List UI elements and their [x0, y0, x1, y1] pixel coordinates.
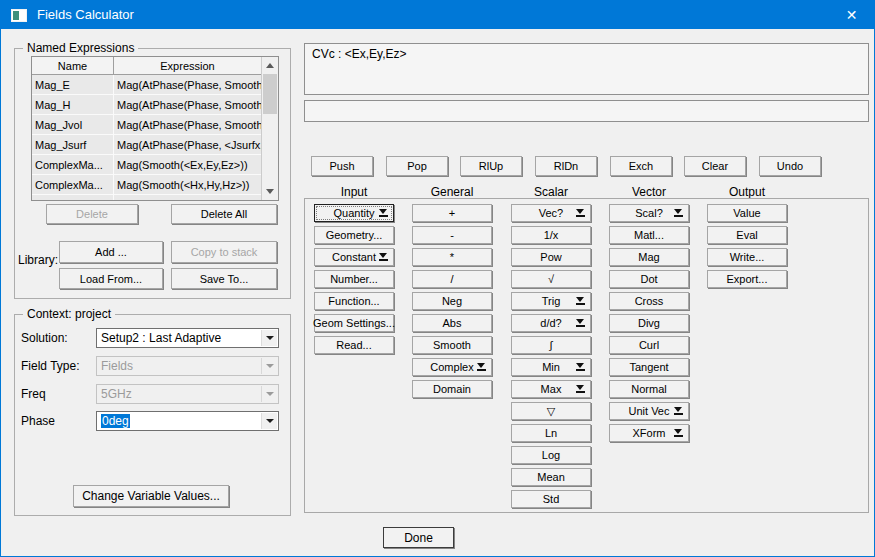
table-row[interactable]: ComplexMa... Mag(Smooth(<JVx,JVy,JVz>)): [32, 195, 278, 201]
phase-label: Phase: [21, 414, 55, 428]
stack-display[interactable]: CVc : <Ex,Ey,Ez>: [304, 43, 869, 95]
dropdown-icon: [576, 297, 585, 305]
scrollbar-thumb[interactable]: [263, 74, 277, 114]
dot-button[interactable]: Dot: [609, 270, 689, 288]
min-button[interactable]: Min: [511, 358, 591, 376]
domain-button[interactable]: Domain: [412, 380, 492, 398]
pop-button[interactable]: Pop: [386, 156, 448, 176]
rldn-button[interactable]: RlDn: [535, 156, 597, 176]
table-scrollbar[interactable]: [261, 57, 278, 200]
scroll-up-icon[interactable]: [262, 58, 278, 73]
quantity-button[interactable]: Quantity: [314, 204, 394, 222]
table-row[interactable]: Mag_Jvol Mag(AtPhase(Phase, Smooth(<JVx,…: [32, 115, 278, 135]
one-over-x-button[interactable]: 1/x: [511, 226, 591, 244]
eval-button[interactable]: Eval: [707, 226, 787, 244]
done-button[interactable]: Done: [383, 527, 454, 548]
table-row[interactable]: Mag_H Mag(AtPhase(Phase, Smooth(<Hx,H...: [32, 95, 278, 115]
phase-combobox[interactable]: 0deg: [96, 411, 279, 431]
multiply-op-button[interactable]: *: [412, 248, 492, 266]
table-row[interactable]: Mag_Jsurf Mag(AtPhase(Phase, <Jsurfx,Jsu…: [32, 135, 278, 155]
number-button[interactable]: Number...: [314, 270, 394, 288]
column-header-expression: Expression: [114, 57, 262, 75]
function-button[interactable]: Function...: [314, 292, 394, 310]
button-label: Log: [542, 449, 560, 461]
ln-button[interactable]: Ln: [511, 424, 591, 442]
button-label: Abs: [443, 317, 462, 329]
normal-button[interactable]: Normal: [609, 380, 689, 398]
table-row[interactable]: ComplexMa... Mag(Smooth(<Ex,Ey,Ez>)): [32, 155, 278, 175]
button-label: Scal?: [635, 207, 663, 219]
solution-combobox[interactable]: Setup2 : Last Adaptive: [96, 328, 279, 348]
add-op-button[interactable]: +: [412, 204, 492, 222]
rlup-button[interactable]: RlUp: [460, 156, 522, 176]
write-button[interactable]: Write...: [707, 248, 787, 266]
mag-button[interactable]: Mag: [609, 248, 689, 266]
divide-op-button[interactable]: /: [412, 270, 492, 288]
divg-button[interactable]: Divg: [609, 314, 689, 332]
change-variable-values-button[interactable]: Change Variable Values...: [73, 485, 229, 507]
scal-question-button[interactable]: Scal?: [609, 204, 689, 222]
log-button[interactable]: Log: [511, 446, 591, 464]
freq-combobox: 5GHz: [96, 384, 279, 404]
scroll-down-icon[interactable]: [262, 184, 278, 199]
std-button[interactable]: Std: [511, 490, 591, 508]
dropdown-icon: [379, 209, 388, 217]
button-label: Eval: [736, 229, 757, 241]
chevron-down-icon[interactable]: [261, 413, 277, 429]
matl-button[interactable]: Matl...: [609, 226, 689, 244]
complex-button[interactable]: Complex: [412, 358, 492, 376]
button-label: Number...: [330, 273, 378, 285]
value-button[interactable]: Value: [707, 204, 787, 222]
stack-secondary-display[interactable]: [304, 100, 869, 122]
close-icon[interactable]: ✕: [829, 1, 874, 29]
export-button[interactable]: Export...: [707, 270, 787, 288]
named-expressions-table[interactable]: Name Expression Mag_E Mag(AtPhase(Phase,…: [31, 56, 279, 201]
pow-button[interactable]: Pow: [511, 248, 591, 266]
dropdown-icon: [674, 429, 683, 437]
derivative-button[interactable]: d/d?: [511, 314, 591, 332]
neg-button[interactable]: Neg: [412, 292, 492, 310]
button-label: Mag: [638, 251, 659, 263]
chevron-down-icon: [261, 386, 277, 402]
abs-button[interactable]: Abs: [412, 314, 492, 332]
delete-all-button[interactable]: Delete All: [171, 204, 277, 224]
xform-button[interactable]: XForm: [609, 424, 689, 442]
titlebar: Fields Calculator ✕: [1, 1, 874, 29]
sqrt-button[interactable]: √: [511, 270, 591, 288]
load-from-button[interactable]: Load From...: [59, 268, 163, 289]
chevron-down-icon[interactable]: [261, 330, 277, 346]
expression-name: Mag_Jsurf: [32, 135, 114, 155]
table-row[interactable]: Mag_E Mag(AtPhase(Phase, Smooth(<Ex,E...: [32, 75, 278, 95]
vec-question-button[interactable]: Vec?: [511, 204, 591, 222]
unit-vec-button[interactable]: Unit Vec: [609, 402, 689, 420]
integral-button[interactable]: ∫: [511, 336, 591, 354]
nabla-button[interactable]: ▽: [511, 402, 591, 420]
button-label: Divg: [638, 317, 660, 329]
save-to-button[interactable]: Save To...: [171, 268, 277, 289]
column-label-output: Output: [707, 185, 787, 199]
fields-calculator-dialog: Fields Calculator ✕ Named Expressions Na…: [0, 0, 875, 557]
add-button[interactable]: Add ...: [59, 241, 163, 263]
tangent-button[interactable]: Tangent: [609, 358, 689, 376]
dropdown-icon: [379, 253, 388, 261]
geometry-button[interactable]: Geometry...: [314, 226, 394, 244]
subtract-op-button[interactable]: -: [412, 226, 492, 244]
curl-button[interactable]: Curl: [609, 336, 689, 354]
expression-text: Mag(AtPhase(Phase, Smooth(<Hx,H...: [114, 95, 262, 115]
constant-button[interactable]: Constant: [314, 248, 394, 266]
cross-button[interactable]: Cross: [609, 292, 689, 310]
read-button[interactable]: Read...: [314, 336, 394, 354]
button-label: Function...: [328, 295, 379, 307]
table-row[interactable]: ComplexMa... Mag(Smooth(<Hx,Hy,Hz>)): [32, 175, 278, 195]
delete-button: Delete: [46, 204, 138, 224]
expression-text: Mag(AtPhase(Phase, Smooth(<JVx,J...: [114, 115, 262, 135]
clear-button[interactable]: Clear: [684, 156, 746, 176]
undo-button[interactable]: Undo: [759, 156, 821, 176]
max-button[interactable]: Max: [511, 380, 591, 398]
trig-button[interactable]: Trig: [511, 292, 591, 310]
push-button[interactable]: Push: [311, 156, 373, 176]
mean-button[interactable]: Mean: [511, 468, 591, 486]
exch-button[interactable]: Exch: [610, 156, 672, 176]
smooth-button[interactable]: Smooth: [412, 336, 492, 354]
geom-settings-button[interactable]: Geom Settings...: [314, 314, 394, 332]
